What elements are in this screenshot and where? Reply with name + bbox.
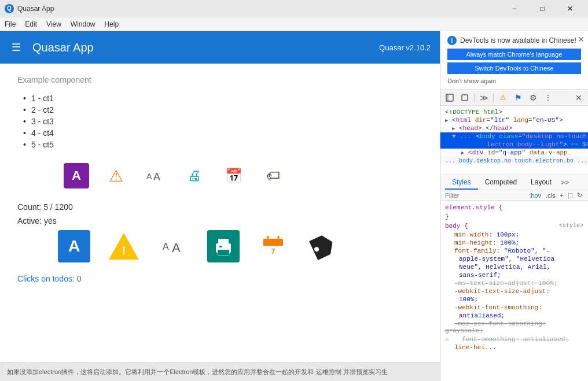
- menubar: File Edit View Window Help: [0, 17, 588, 31]
- list-item: 3 - ct3: [23, 117, 422, 126]
- svg-rect-12: [263, 243, 283, 246]
- info-icon: i: [447, 36, 457, 45]
- titlebar: Quasar App – □ ✕: [0, 0, 588, 17]
- more-tools-button[interactable]: ≫: [477, 91, 491, 105]
- body-style-block: body { <style>: [440, 221, 588, 231]
- svg-text:A: A: [172, 241, 181, 255]
- expand-qapp-icon[interactable]: [461, 149, 464, 156]
- main-layout: ☰ Quasar App Quasar v2.10.2 Example comp…: [0, 31, 588, 381]
- min-height-prop: min-height: 100%;: [440, 239, 588, 247]
- cls-filter-button[interactable]: .cls: [545, 192, 557, 199]
- notif-close-button[interactable]: ✕: [578, 35, 585, 44]
- text-icon-blue: A: [58, 230, 90, 262]
- styles-content: element.style { } body { <style> min-wid…: [440, 201, 588, 381]
- warning-button[interactable]: ⚠: [496, 91, 510, 105]
- svg-text:A: A: [163, 242, 169, 251]
- label-icon-dark-large: [307, 230, 339, 262]
- minimize-button[interactable]: –: [501, 0, 528, 17]
- box-tool-button[interactable]: [458, 91, 472, 105]
- bottom-bar-text: 如果没添加electron插件，这将启动添加。它将利用并一个Electron模板…: [7, 368, 388, 376]
- font-family-cont3: sans-serif;: [440, 271, 588, 279]
- svg-text:A: A: [153, 171, 160, 183]
- devtools-toolbar: ≫ ⚠ ⚑ ⚙ ⋮ ✕: [440, 90, 588, 106]
- print-icon-teal: 🖨: [182, 163, 207, 188]
- dont-show-again-button[interactable]: Don't show again: [447, 76, 496, 86]
- menu-file[interactable]: File: [0, 19, 20, 29]
- dom-doctype[interactable]: <!DOCTYPE html>: [440, 108, 588, 116]
- label-icon-brown: 🏷: [260, 163, 286, 188]
- quasar-header: ☰ Quasar App Quasar v2.10.2: [0, 31, 440, 64]
- font-family-prop: font-family: "Roboto", "-: [440, 247, 588, 255]
- expand-html-icon[interactable]: [445, 117, 448, 124]
- tab-layout[interactable]: Layout: [524, 176, 558, 190]
- add-style-button[interactable]: +: [559, 192, 565, 199]
- toolbar-divider: [474, 93, 475, 102]
- dom-body[interactable]: ▼ ... <body class="desktop no-touch e: [440, 132, 588, 140]
- svg-text:A: A: [146, 172, 152, 181]
- dom-div-qapp[interactable]: <div id="q-app" data-v-app…: [440, 149, 588, 157]
- list-item: 1 - ct1: [23, 94, 422, 103]
- list-item: 4 - ct4: [23, 128, 422, 138]
- dom-breadcrumb[interactable]: ... body.desktop.no-touch.electron.bo ..…: [440, 157, 588, 165]
- cursor-tool-button[interactable]: [443, 91, 457, 105]
- quasar-version: Quasar v2.10.2: [379, 43, 431, 52]
- webkit-font-prop: -webkit-font-smoothing:: [440, 304, 588, 312]
- font-family-cont1: apple-system", "Helvetica: [440, 255, 588, 263]
- app-bottom-bar: 如果没添加electron插件，这将启动添加。它将利用并一个Electron模板…: [0, 362, 440, 381]
- settings-button[interactable]: ⚙: [526, 91, 540, 105]
- menu-edit[interactable]: Edit: [20, 19, 42, 29]
- print-icon-teal-large: [207, 230, 240, 262]
- clicks-label: Clicks on todos: 0: [17, 274, 422, 283]
- notif-title-row: i DevTools is now available in Chinese!: [447, 36, 581, 45]
- app-icon: [5, 4, 14, 13]
- webkit-font-val: antialiased;: [440, 312, 588, 320]
- svg-rect-17: [446, 94, 453, 101]
- close-button[interactable]: ✕: [557, 0, 583, 17]
- refresh-style-button[interactable]: ↻: [576, 191, 583, 199]
- svg-rect-5: [218, 239, 229, 245]
- more-options-button[interactable]: ⋮: [541, 91, 555, 105]
- switch-language-button[interactable]: Switch DevTools to Chinese: [447, 62, 581, 74]
- flag-button[interactable]: ⚑: [511, 91, 525, 105]
- app-content: Example component 1 - ct1 2 - ct2 3 - ct…: [0, 64, 440, 362]
- dom-body-cont[interactable]: lectron body--light"> == $0: [440, 140, 588, 149]
- warn-dot-icon: ⚠: [445, 336, 453, 343]
- format-size-icon: A A: [142, 163, 168, 188]
- format-size-icon-large: A A: [157, 230, 190, 262]
- new-rule-button[interactable]: ⎕: [567, 192, 574, 199]
- menu-help[interactable]: Help: [100, 19, 124, 29]
- styles-filter-bar: :hov .cls + ⎕ ↻: [440, 190, 588, 201]
- tab-more-icon[interactable]: >>: [561, 179, 569, 187]
- svg-rect-8: [219, 246, 222, 247]
- webkit-text-prop: -webkit-text-size-adjust:: [440, 287, 588, 295]
- hamburger-button[interactable]: ☰: [9, 39, 23, 56]
- dom-head[interactable]: <head>…</head>: [440, 124, 588, 132]
- expand-head-icon[interactable]: [452, 125, 455, 132]
- list-item: 5 - ct5: [23, 140, 422, 149]
- warning-icon-yellow: ⚠: [103, 163, 128, 188]
- window-controls: – □ ✕: [501, 0, 583, 17]
- menu-window[interactable]: Window: [66, 19, 100, 29]
- text-icon-purple: A: [64, 163, 89, 188]
- example-component-label: Example component: [17, 75, 422, 84]
- menu-view[interactable]: View: [42, 19, 66, 29]
- maximize-button[interactable]: □: [529, 0, 556, 17]
- svg-rect-19: [462, 95, 468, 101]
- quasar-app-title: Quasar App: [32, 41, 379, 54]
- element-style-brace: }: [440, 212, 588, 221]
- active-label: Active: yes: [17, 216, 422, 225]
- devtools-close-button[interactable]: ✕: [572, 91, 586, 105]
- tab-styles[interactable]: Styles: [445, 176, 478, 190]
- app-area: ☰ Quasar App Quasar v2.10.2 Example comp…: [0, 31, 440, 381]
- min-width-prop: min-width: 100px;: [440, 231, 588, 239]
- svg-text:7: 7: [271, 247, 275, 256]
- match-language-button[interactable]: Always match Chrome's language: [447, 49, 581, 60]
- styles-tabs: Styles Computed Layout >>: [440, 175, 588, 190]
- hov-filter-button[interactable]: :hov: [528, 192, 542, 199]
- dom-html[interactable]: <html dir="ltr" lang="en-US">: [440, 116, 588, 124]
- todo-list: 1 - ct1 2 - ct2 3 - ct3 4 - ct4 5 - ct5: [23, 94, 422, 149]
- line-height-prop: line-hei...: [440, 343, 588, 352]
- font-smoothing-prop: ⚠ font-smoothing: antialiased;: [440, 335, 588, 343]
- tab-computed[interactable]: Computed: [478, 176, 524, 190]
- filter-input[interactable]: [445, 192, 525, 199]
